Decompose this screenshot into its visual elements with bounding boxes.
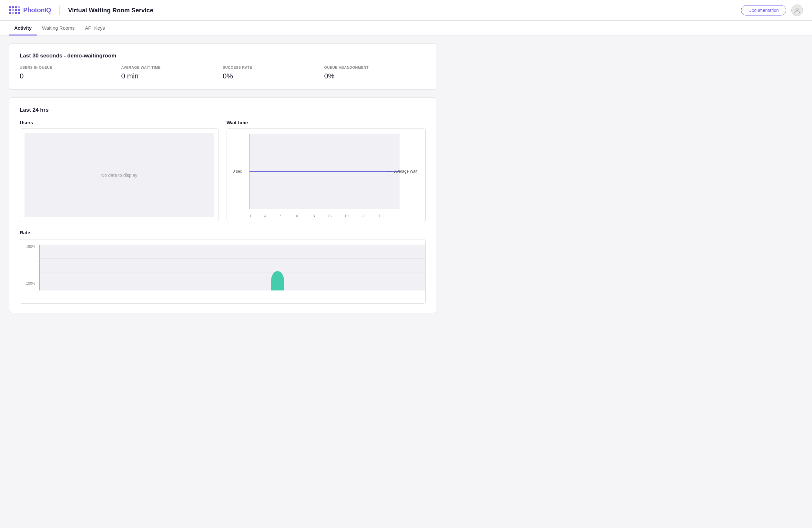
legend: Average Wait [387,169,417,174]
dot [12,9,14,11]
dot [15,9,17,11]
dot [18,6,20,9]
logo-iq: IQ [45,6,51,14]
users-chart-label: Users [20,120,219,125]
x-label: 16 [328,214,331,218]
rate-teal-shape [271,271,284,291]
user-avatar[interactable] [791,4,803,16]
stat-avg-wait: AVERAGE WAIT TIME 0 min [121,65,223,80]
logo-divider [59,6,60,15]
rate-y-axis: 150% 100% [20,239,38,291]
rate-y-label-100: 100% [20,281,38,285]
dot [18,12,20,14]
wait-chart-label: Wait time [227,120,426,125]
dot [15,6,17,9]
rate-h-line-150 [39,259,425,259]
avg-wait-line [249,171,400,172]
last24hrs-title: Last 24 hrs [20,107,426,113]
rate-v-line [39,245,40,291]
stat-users-in-queue: USERS IN QUEUE 0 [20,65,121,80]
charts-row: Users No data to display Wait time 0 sec [20,120,426,222]
rate-section: Rate 150% 100% [20,230,426,304]
dot [9,6,11,9]
main-content: Last 30 seconds - demo-waitingroom USERS… [0,35,445,321]
last24hrs-card: Last 24 hrs Users No data to display Wai… [9,98,436,313]
stat-label-abandon: QUEUE ABANDONMENT [324,65,426,69]
topbar: PhotonIQ Virtual Waiting Room Service Do… [0,0,812,21]
topbar-right: Documentation [741,4,803,16]
tab-activity[interactable]: Activity [9,21,37,35]
logo-photon: Photon [23,6,45,14]
legend-label: Average Wait [394,169,417,174]
dot [12,12,14,14]
rate-chart-box: 150% 100% [20,239,426,304]
wait-chart-col: Wait time 0 sec 1 4 7 [227,120,426,222]
x-label: 13 [311,214,315,218]
users-chart-box: No data to display [20,129,219,222]
stat-abandonment: QUEUE ABANDONMENT 0% [324,65,426,80]
wait-chart-box: 0 sec 1 4 7 10 13 16 19 22 [227,129,426,222]
x-label: 1 [378,214,380,218]
stat-success-rate: SUCCESS RATE 0% [223,65,324,80]
y-axis-label: 0 sec [233,169,242,174]
nav-tabs: Activity Waiting Rooms API Keys [0,21,812,35]
stats-row: USERS IN QUEUE 0 AVERAGE WAIT TIME 0 min… [20,65,426,80]
rate-h-line-100 [39,272,425,273]
dot [9,12,11,14]
no-data-label: No data to display [101,173,137,178]
last30sec-card: Last 30 seconds - demo-waitingroom USERS… [9,43,436,90]
legend-line-icon [387,171,392,172]
logo-area: PhotonIQ Virtual Waiting Room Service [9,6,153,15]
dot [12,6,14,9]
dot [15,12,17,14]
users-chart-col: Users No data to display [20,120,219,222]
wait-chart-inner: 0 sec 1 4 7 10 13 16 19 22 [249,134,400,209]
dot [9,9,11,11]
x-label: 4 [264,214,266,218]
tab-waiting-rooms[interactable]: Waiting Rooms [37,21,80,35]
rate-y-label-150: 150% [20,245,38,249]
stat-value-success: 0% [223,72,324,80]
stat-label-wait: AVERAGE WAIT TIME [121,65,223,69]
x-axis: 1 4 7 10 13 16 19 22 1 [249,214,380,218]
rate-title: Rate [20,230,426,235]
stat-label-users: USERS IN QUEUE [20,65,121,69]
stat-value-abandon: 0% [324,72,426,80]
x-label: 1 [249,214,251,218]
logo-grid-icon [9,6,20,14]
x-label: 10 [294,214,298,218]
rate-chart-inner [39,245,425,291]
users-chart-inner: No data to display [25,133,214,217]
dot [18,9,20,11]
stat-value-wait: 0 min [121,72,223,80]
tab-api-keys[interactable]: API Keys [80,21,110,35]
app-title: Virtual Waiting Room Service [68,7,153,14]
last30sec-title: Last 30 seconds - demo-waitingroom [20,53,426,59]
stat-label-success: SUCCESS RATE [223,65,324,69]
x-label: 7 [279,214,281,218]
x-label: 22 [361,214,365,218]
stat-value-users: 0 [20,72,121,80]
logo-name: PhotonIQ [23,6,51,14]
svg-point-0 [796,8,798,11]
documentation-button[interactable]: Documentation [741,5,786,15]
x-label: 19 [345,214,349,218]
